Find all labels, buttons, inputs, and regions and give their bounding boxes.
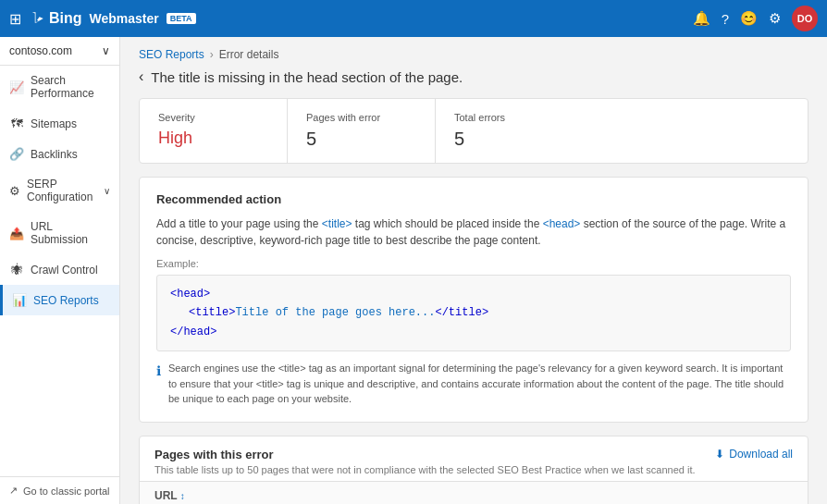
stats-card: Severity High Pages with error 5 Total e… (139, 98, 808, 164)
recommended-action-desc: Add a title to your page using the <titl… (156, 215, 791, 249)
desc-tag-2: <head> (543, 217, 581, 230)
stat-severity: Severity High (140, 99, 288, 163)
breadcrumb-separator: › (210, 48, 214, 61)
back-button[interactable]: ‹ (139, 68, 143, 85)
notifications-icon[interactable]: 🔔 (693, 10, 710, 27)
sidebar: contoso.com ∨ 📈 Search Performance 🗺 Sit… (0, 37, 120, 504)
main-layout: contoso.com ∨ 📈 Search Performance 🗺 Sit… (0, 37, 827, 504)
stat-total-label: Total errors (454, 112, 565, 123)
code-line-2: <title>Title of the page goes here...</t… (170, 303, 777, 322)
chevron-down-icon: ∨ (102, 44, 110, 57)
desc-text-2: tag which should be placed inside the (352, 217, 543, 230)
feedback-icon[interactable]: 😊 (740, 10, 758, 27)
grid-icon[interactable]: ⊞ (9, 10, 21, 28)
recommended-action-title: Recommended action (156, 192, 791, 206)
sort-icon: ↕ (180, 491, 185, 501)
stat-pages-label: Pages with error (306, 112, 416, 123)
download-all-button[interactable]: ⬇ Download all (715, 448, 793, 461)
sidebar-item-crawl-control[interactable]: 🕷 Crawl Control (0, 254, 119, 285)
settings-icon[interactable]: ⚙ (769, 10, 781, 27)
sidebar-item-seo-reports[interactable]: 📊 SEO Reports (0, 285, 119, 315)
breadcrumb-current: Error details (219, 48, 279, 61)
code-line-3: </head> (170, 323, 777, 341)
code-line-1: <head> (170, 285, 777, 303)
avatar[interactable]: DO (792, 6, 818, 31)
go-to-classic-portal[interactable]: ↗ Go to classic portal (0, 476, 119, 504)
desc-text-1: Add a title to your page using the (156, 217, 322, 230)
beta-badge: BETA (167, 13, 196, 24)
top-nav: ⊞ Bing Webmaster BETA 🔔 ? 😊 ⚙ DO (0, 0, 827, 37)
app-name: Webmaster (90, 11, 159, 26)
crawl-control-icon: 🕷 (9, 263, 24, 277)
download-icon: ⬇ (715, 448, 724, 461)
stat-pages-with-error: Pages with error 5 (288, 99, 436, 163)
search-performance-icon: 📈 (9, 80, 24, 94)
page-title: The title is missing in the head section… (151, 69, 463, 85)
example-label: Example: (156, 258, 791, 269)
pages-header: Pages with this error This table lists u… (140, 436, 808, 481)
url-table: URL ↕ https://docs.microsoft.com/de-de/l… (140, 481, 808, 504)
pages-with-error-section: Pages with this error This table lists u… (139, 436, 808, 504)
stat-pages-value: 5 (306, 129, 416, 150)
main-content: SEO Reports › Error details ‹ The title … (120, 37, 827, 504)
sidebar-item-search-performance[interactable]: 📈 Search Performance (0, 66, 119, 108)
sitemaps-icon: 🗺 (9, 117, 24, 130)
code-block: <head> <title>Title of the page goes her… (156, 275, 791, 351)
pages-title: Pages with this error (154, 448, 696, 461)
backlinks-icon: 🔗 (9, 147, 24, 161)
classic-portal-icon: ↗ (9, 485, 18, 497)
sidebar-item-sitemaps[interactable]: 🗺 Sitemaps (0, 108, 119, 139)
recommended-action-card: Recommended action Add a title to your p… (139, 177, 808, 423)
help-icon[interactable]: ? (722, 11, 729, 27)
info-row: ℹ Search engines use the <title> tag as … (156, 361, 791, 407)
sidebar-domain[interactable]: contoso.com ∨ (0, 37, 119, 66)
logo-text: Bing (49, 10, 82, 27)
stat-severity-label: Severity (158, 112, 268, 123)
expand-icon: ∨ (104, 186, 110, 196)
top-nav-actions: 🔔 ? 😊 ⚙ DO (693, 6, 818, 31)
breadcrumb: SEO Reports › Error details (139, 48, 808, 61)
sidebar-item-backlinks[interactable]: 🔗 Backlinks (0, 139, 119, 169)
stat-severity-value: High (158, 129, 268, 148)
stat-total-errors: Total errors 5 (436, 99, 584, 163)
table-header-row: URL ↕ (140, 481, 808, 504)
sidebar-item-serp-configuration[interactable]: ⚙ SERP Configuration ∨ (0, 169, 119, 212)
info-icon: ℹ (156, 362, 161, 381)
pages-subtitle: This table lists up to 50 pages that wer… (154, 464, 696, 475)
sidebar-item-url-submission[interactable]: 📤 URL Submission (0, 212, 119, 254)
page-header: ‹ The title is missing in the head secti… (139, 68, 808, 85)
seo-reports-icon: 📊 (12, 293, 27, 307)
bing-logo: Bing (29, 10, 82, 27)
desc-tag-1: <title> (322, 217, 352, 230)
url-submission-icon: 📤 (9, 227, 24, 240)
url-column-header[interactable]: URL ↕ (140, 481, 808, 504)
url-table-container: URL ↕ https://docs.microsoft.com/de-de/l… (140, 481, 808, 504)
serp-config-icon: ⚙ (9, 184, 20, 198)
breadcrumb-parent[interactable]: SEO Reports (139, 48, 204, 61)
stat-total-value: 5 (454, 129, 565, 150)
info-text: Search engines use the <title> tag as an… (168, 361, 791, 407)
